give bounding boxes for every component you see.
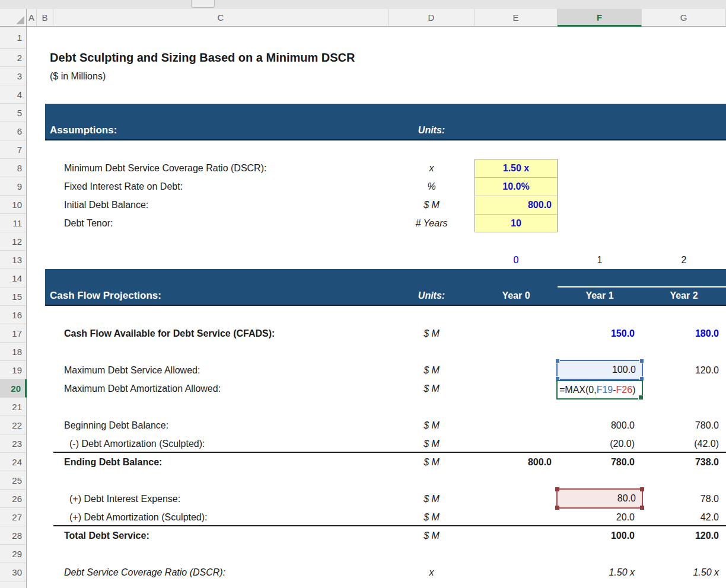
row-header-31[interactable]: 31 xyxy=(0,581,27,588)
cfads-year2-value[interactable]: 180.0 xyxy=(642,324,719,343)
column-header-B[interactable]: B xyxy=(37,9,53,27)
assumptions-header: Assumptions: xyxy=(50,121,117,139)
input-cell-interest-rate[interactable]: 10.0% xyxy=(475,178,557,196)
select-all-corner[interactable] xyxy=(0,9,27,27)
year-1-header: Year 1 xyxy=(558,286,642,305)
spreadsheet-window: ABCDEFG 12345678910111213141516171819202… xyxy=(0,0,726,588)
selection-handle[interactable] xyxy=(555,359,560,363)
column-header-G[interactable]: G xyxy=(642,9,726,27)
beginning-balance-label: Beginning Debt Balance: xyxy=(64,416,168,434)
selected-cell-F19[interactable]: 100.0 xyxy=(556,360,643,380)
input-cell-initial-balance[interactable]: 800.0 xyxy=(475,196,557,215)
row-header-26[interactable]: 26 xyxy=(0,490,27,508)
assumption-input-block: 1.50 x 10.0% 800.0 10 xyxy=(475,159,558,232)
column-header-D[interactable]: D xyxy=(389,9,475,27)
row-header-17[interactable]: 17 xyxy=(0,324,27,343)
column-header-A[interactable]: A xyxy=(27,9,37,27)
interest-expense-year2-value[interactable]: 78.0 xyxy=(642,490,719,508)
row-header-4[interactable]: 4 xyxy=(0,85,27,104)
row-header-7[interactable]: 7 xyxy=(0,140,27,159)
projections-section-band: Cash Flow Projections: Units: Year 0 Yea… xyxy=(45,269,726,306)
row-header-18[interactable]: 18 xyxy=(0,343,27,361)
input-cell-debt-tenor[interactable]: 10 xyxy=(475,215,557,233)
formula-prefix: =MAX(0, xyxy=(559,385,597,395)
debt-amort-neg-year2-value[interactable]: (42.0) xyxy=(642,434,719,453)
row-header-29[interactable]: 29 xyxy=(0,545,27,563)
debt-amort-pos-year2-value[interactable]: 42.0 xyxy=(642,508,719,526)
row-header-30[interactable]: 30 xyxy=(0,563,27,581)
row-header-1[interactable]: 1 xyxy=(0,27,27,49)
dscr-label: Debt Service Coverage Ratio (DSCR): xyxy=(64,563,225,581)
formula-bar-resize-handle[interactable] xyxy=(191,0,215,8)
formula-ref-F26: F26 xyxy=(616,385,633,395)
row-header-28[interactable]: 28 xyxy=(0,526,27,545)
row-header-21[interactable]: 21 xyxy=(0,398,27,416)
assumption-unit-dscr: x xyxy=(389,159,475,177)
row-header-14[interactable]: 14 xyxy=(0,269,27,287)
max-debt-service-unit: $ M xyxy=(389,361,475,379)
row-header-9[interactable]: 9 xyxy=(0,177,27,196)
highlighted-cell-F26[interactable]: 80.0 xyxy=(556,488,643,509)
row-header-23[interactable]: 23 xyxy=(0,434,27,453)
total-debt-service-unit: $ M xyxy=(389,526,475,545)
formula-suffix: ) xyxy=(632,385,635,395)
max-debt-service-year2-value[interactable]: 120.0 xyxy=(642,361,719,379)
column-header-E[interactable]: E xyxy=(475,9,558,27)
beginning-balance-year1-value[interactable]: 800.0 xyxy=(558,416,635,434)
dscr-year1-value[interactable]: 1.50 x xyxy=(558,563,635,581)
row-header-10[interactable]: 10 xyxy=(0,196,27,214)
year-2-header: Year 2 xyxy=(642,286,726,305)
row-header-25[interactable]: 25 xyxy=(0,471,27,490)
column-header-F[interactable]: F xyxy=(558,9,642,27)
projections-units-header: Units: xyxy=(389,286,475,305)
row-header-22[interactable]: 22 xyxy=(0,416,27,434)
fill-handle[interactable] xyxy=(638,395,644,400)
row-header-6[interactable]: 6 xyxy=(0,122,27,140)
row-header-3[interactable]: 3 xyxy=(0,67,27,85)
assumption-unit-interest-rate: % xyxy=(389,177,475,196)
projections-header: Cash Flow Projections: xyxy=(50,286,161,305)
row-header-2[interactable]: 2 xyxy=(0,49,27,67)
selection-handle[interactable] xyxy=(639,359,644,363)
select-all-triangle-icon xyxy=(16,16,24,24)
debt-amort-neg-year1-value[interactable]: (20.0) xyxy=(558,434,635,453)
row-header-8[interactable]: 8 xyxy=(0,159,27,177)
assumptions-units-header: Units: xyxy=(389,121,475,139)
assumption-unit-debt-tenor: # Years xyxy=(389,214,475,232)
total-debt-service-year2-value[interactable]: 120.0 xyxy=(642,526,719,545)
sheet-title: Debt Sculpting and Sizing Based on a Min… xyxy=(50,49,355,67)
row-header-24[interactable]: 24 xyxy=(0,453,27,471)
beginning-balance-year2-value[interactable]: 780.0 xyxy=(642,416,719,434)
row-header-19[interactable]: 19 xyxy=(0,361,27,379)
row-header-20[interactable]: 20 xyxy=(0,379,27,398)
debt-amort-pos-year1-value[interactable]: 20.0 xyxy=(558,508,635,526)
assumption-label-dscr: Minimum Debt Service Coverage Ratio (DSC… xyxy=(64,159,266,177)
total-debt-service-year1-value[interactable]: 100.0 xyxy=(558,526,635,545)
total-debt-service-label: Total Debt Service: xyxy=(64,526,149,545)
editing-cell-F20[interactable]: =MAX(0,F19-F26) xyxy=(556,380,643,400)
ending-balance-year2-value[interactable]: 738.0 xyxy=(642,453,719,471)
period-number-2[interactable]: 2 xyxy=(642,251,726,269)
assumption-unit-initial-balance: $ M xyxy=(389,196,475,214)
dscr-year2-value[interactable]: 1.50 x xyxy=(642,563,719,581)
ending-balance-year0-value[interactable]: 800.0 xyxy=(475,453,552,471)
ending-balance-year1-value[interactable]: 780.0 xyxy=(558,453,635,471)
selection-handle[interactable] xyxy=(640,487,644,491)
cfads-year1-value[interactable]: 150.0 xyxy=(558,324,635,343)
row-header-16[interactable]: 16 xyxy=(0,306,27,324)
row-header-5[interactable]: 5 xyxy=(0,104,27,122)
row-header-27[interactable]: 27 xyxy=(0,508,27,526)
dscr-unit: x xyxy=(389,563,475,581)
max-debt-amort-label: Maximum Debt Amortization Allowed: xyxy=(64,379,221,398)
input-cell-min-dscr[interactable]: 1.50 x xyxy=(475,159,557,178)
row-header-11[interactable]: 11 xyxy=(0,214,27,232)
row-header-15[interactable]: 15 xyxy=(0,287,27,306)
row-header-13[interactable]: 13 xyxy=(0,251,27,269)
column-header-C[interactable]: C xyxy=(53,9,389,27)
period-number-1[interactable]: 1 xyxy=(558,251,642,269)
selection-handle[interactable] xyxy=(555,487,559,491)
interest-expense-year1-value: 80.0 xyxy=(617,490,636,507)
period-number-0[interactable]: 0 xyxy=(475,251,558,269)
assumption-label-interest-rate: Fixed Interest Rate on Debt: xyxy=(64,177,183,196)
row-header-12[interactable]: 12 xyxy=(0,232,27,251)
